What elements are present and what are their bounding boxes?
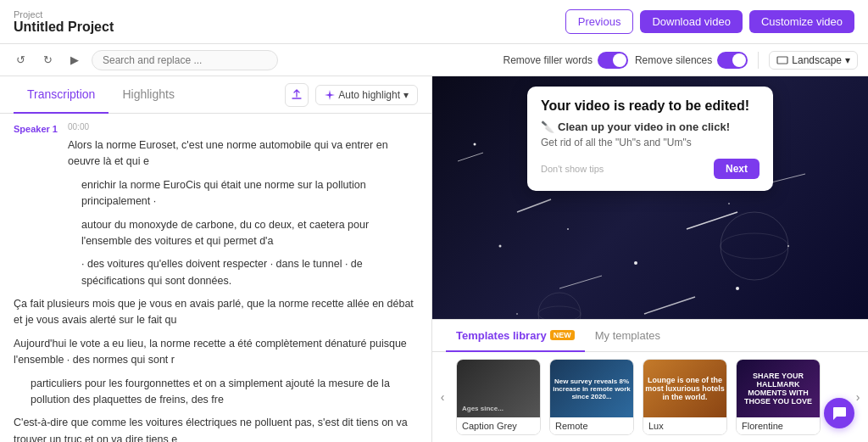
template-card-label-0: Caption Grey bbox=[457, 417, 540, 434]
search-input[interactable] bbox=[92, 50, 278, 70]
landscape-selector[interactable]: Landscape ▾ bbox=[769, 51, 858, 70]
svg-point-13 bbox=[736, 287, 739, 290]
remove-silence-label: Remove silences bbox=[635, 54, 712, 66]
customize-video-button[interactable]: Customize video bbox=[749, 10, 854, 33]
carousel-prev-button[interactable]: ‹ bbox=[432, 387, 453, 407]
tab-highlights[interactable]: Highlights bbox=[108, 76, 187, 114]
tooltip-popup: Your video is ready to be edited! 🔪 Clea… bbox=[527, 87, 773, 191]
my-templates-label: My templates bbox=[595, 329, 660, 342]
template-cards-container: Ages since... Caption Grey New survey re… bbox=[453, 359, 848, 435]
svg-point-26 bbox=[721, 212, 788, 280]
sparkle-icon bbox=[325, 90, 335, 100]
tab-my-templates[interactable]: My templates bbox=[585, 320, 670, 352]
svg-point-2 bbox=[474, 143, 476, 146]
landscape-chevron-icon: ▾ bbox=[845, 54, 850, 66]
undo-icon[interactable]: ↺ bbox=[10, 50, 31, 70]
template-card-2[interactable]: Lounge is one of the most luxurious hote… bbox=[643, 359, 727, 435]
template-card-image-2: Lounge is one of the most luxurious hote… bbox=[643, 360, 726, 417]
template-card-0[interactable]: Ages since... Caption Grey bbox=[456, 359, 541, 435]
templates-area: Templates library NEW My templates ‹ Age… bbox=[432, 319, 868, 442]
templates-library-label: Templates library bbox=[456, 329, 547, 342]
svg-line-21 bbox=[559, 276, 602, 288]
transcript-line-3: · des voitures qu'elles doivent respecte… bbox=[14, 256, 418, 289]
speaker-row: Speaker 1 00:00 bbox=[14, 122, 418, 134]
new-badge: NEW bbox=[550, 330, 575, 340]
tooltip-next-button[interactable]: Next bbox=[714, 159, 760, 179]
project-info: Project Untitled Project bbox=[14, 9, 114, 35]
svg-point-29 bbox=[538, 306, 581, 319]
auto-highlight-chevron-icon: ▾ bbox=[403, 89, 409, 101]
template-card-1[interactable]: New survey reveals 8% increase in remote… bbox=[549, 359, 634, 435]
template-card-label-2: Lux bbox=[643, 417, 726, 434]
svg-line-25 bbox=[644, 297, 695, 314]
forward-icon[interactable]: ▶ bbox=[64, 50, 85, 70]
right-panel: Your video is ready to be edited! 🔪 Clea… bbox=[432, 76, 868, 442]
top-bar: Project Untitled Project Previous Downlo… bbox=[0, 0, 868, 44]
svg-point-9 bbox=[634, 261, 637, 265]
tab-transcription-label: Transcription bbox=[27, 87, 95, 101]
landscape-label: Landscape bbox=[792, 54, 842, 66]
templates-tabs: Templates library NEW My templates bbox=[432, 320, 868, 352]
svg-point-8 bbox=[567, 228, 569, 230]
svg-line-18 bbox=[458, 153, 483, 161]
templates-carousel: ‹ Ages since... Caption Grey New survey … bbox=[432, 352, 868, 442]
chat-bubble-button[interactable] bbox=[824, 398, 854, 428]
project-label: Project bbox=[14, 9, 114, 20]
tab-templates-library[interactable]: Templates library NEW bbox=[446, 320, 585, 352]
dont-show-tips[interactable]: Don't show tips bbox=[541, 164, 604, 174]
svg-point-6 bbox=[728, 203, 730, 204]
upload-icon bbox=[291, 89, 303, 101]
svg-line-19 bbox=[517, 199, 551, 212]
svg-marker-1 bbox=[325, 90, 335, 100]
redo-icon[interactable]: ↻ bbox=[37, 50, 58, 70]
tooltip-title: Your video is ready to be edited! bbox=[541, 98, 760, 114]
main-layout: Transcription Highlights Auto highlight … bbox=[0, 76, 868, 442]
template-card-caption-0: Ages since... bbox=[460, 403, 505, 414]
tab-highlights-label: Highlights bbox=[122, 87, 174, 101]
svg-point-14 bbox=[516, 313, 518, 315]
template-card-3[interactable]: SHARE YOUR HALLMARK MOMENTS WITH THOSE Y… bbox=[736, 359, 821, 435]
chat-icon bbox=[832, 406, 847, 421]
previous-button[interactable]: Previous bbox=[565, 9, 634, 34]
separator bbox=[758, 52, 759, 69]
transcript-line-0: Alors la norme Euroset, c'est une norme … bbox=[14, 137, 418, 171]
svg-point-7 bbox=[499, 245, 502, 248]
template-card-image-1: New survey reveals 8% increase in remote… bbox=[550, 360, 633, 417]
video-background: Your video is ready to be edited! 🔪 Clea… bbox=[432, 76, 868, 319]
top-bar-actions: Previous Download video Customize video bbox=[565, 9, 854, 34]
download-video-button[interactable]: Download video bbox=[640, 10, 743, 33]
toolbar: ↺ ↻ ▶ Remove filler words Remove silence… bbox=[0, 44, 868, 76]
remove-filler-toggle[interactable] bbox=[598, 52, 628, 69]
template-card-caption-2: Lounge is one of the most luxurious hote… bbox=[643, 374, 726, 403]
video-area: Your video is ready to be edited! 🔪 Clea… bbox=[432, 76, 868, 319]
tooltip-footer: Don't show tips Next bbox=[541, 159, 760, 179]
template-card-caption-3: SHARE YOUR HALLMARK MOMENTS WITH THOSE Y… bbox=[737, 370, 820, 407]
tabs-row: Transcription Highlights Auto highlight … bbox=[0, 76, 431, 114]
template-card-label-1: Remote bbox=[550, 417, 633, 434]
tooltip-description: Get rid of all the "Uh"s and "Um"s bbox=[541, 137, 760, 148]
remove-filler-toggle-group: Remove filler words bbox=[504, 52, 628, 69]
auto-highlight-button[interactable]: Auto highlight ▾ bbox=[315, 85, 418, 105]
auto-highlight-label: Auto highlight bbox=[338, 89, 400, 101]
transcript-line-6: particuliers pour les fourgonnettes et o… bbox=[14, 376, 418, 409]
transcript-line-1: enrichir la norme EuroCis qui était une … bbox=[14, 177, 418, 210]
transcript-line-5: Aujourd'hui le vote a eu lieu, la norme … bbox=[14, 336, 418, 369]
knife-icon: 🔪 bbox=[541, 120, 554, 133]
template-card-image-0: Ages since... bbox=[457, 360, 540, 417]
remove-silence-toggle-group: Remove silences bbox=[635, 52, 748, 69]
tooltip-subtitle: 🔪 Clean up your video in one click! bbox=[541, 120, 760, 133]
template-card-caption-1: New survey reveals 8% increase in remote… bbox=[550, 376, 633, 402]
remove-silence-toggle[interactable] bbox=[717, 52, 748, 69]
svg-rect-0 bbox=[777, 57, 787, 64]
speaker-label: Speaker 1 bbox=[14, 122, 68, 134]
speaker-time: 00:00 bbox=[68, 122, 98, 131]
upload-icon-button[interactable] bbox=[285, 83, 309, 107]
transcript-content: Speaker 1 00:00 Alors la norme Euroset, … bbox=[0, 114, 431, 442]
transcript-line-7: C'est-à-dire que comme les voitures élec… bbox=[14, 415, 418, 442]
remove-filler-label: Remove filler words bbox=[504, 54, 593, 66]
transcript-line-2: autour du monoxyde de carbone, du co deu… bbox=[14, 217, 418, 250]
landscape-icon bbox=[776, 54, 788, 66]
template-card-image-3: SHARE YOUR HALLMARK MOMENTS WITH THOSE Y… bbox=[737, 360, 820, 417]
tab-transcription[interactable]: Transcription bbox=[14, 76, 108, 114]
transcript-line-4: Ça fait plusieurs mois que je vous en av… bbox=[14, 296, 418, 329]
